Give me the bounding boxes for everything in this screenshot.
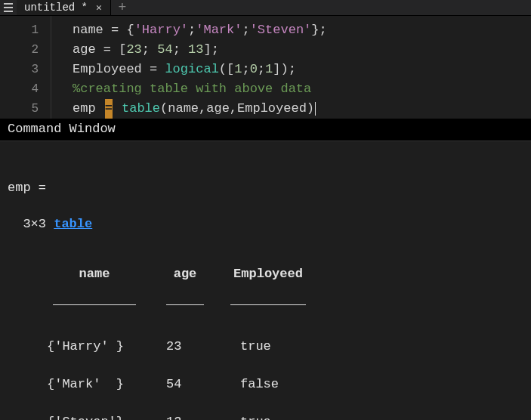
- tabstrip-icon[interactable]: [0, 0, 17, 15]
- svg-rect-2: [4, 11, 13, 12]
- col-header-name: name: [38, 265, 151, 283]
- code-line[interactable]: name = {'Harry';'Mark';'Steven'};: [73, 20, 327, 40]
- line-number: 5: [0, 99, 51, 119]
- command-window[interactable]: emp = 3×3 table nameageEmployeed {'Harry…: [0, 141, 531, 420]
- warning-marker-icon[interactable]: =: [105, 99, 113, 119]
- line-number: 4: [0, 79, 51, 99]
- command-window-title: Command Window: [0, 119, 531, 141]
- table-row: {'Harry' }23true: [38, 337, 523, 357]
- tab-title: untitled *: [24, 2, 88, 14]
- line-number: 1: [0, 20, 51, 40]
- col-header-age: age: [151, 265, 219, 283]
- code-line[interactable]: Employeed = logical([1;0;1]);: [73, 60, 327, 79]
- output-dims: 3×3: [8, 217, 54, 231]
- code-line[interactable]: %creating table with above data: [73, 79, 327, 99]
- svg-rect-0: [4, 3, 13, 5]
- code-area[interactable]: name = {'Harry';'Mark';'Steven'}; age = …: [51, 16, 327, 119]
- tab-bar: untitled * ✕ +: [0, 0, 531, 16]
- code-line[interactable]: emp = table(name,age,Employeed): [73, 99, 327, 119]
- code-editor[interactable]: 1 2 3 4 5 name = {'Harry';'Mark';'Steven…: [0, 16, 531, 119]
- table-row: {'Steven'}13true: [38, 412, 523, 420]
- svg-rect-1: [4, 7, 13, 8]
- text-cursor: [315, 102, 316, 116]
- code-line[interactable]: age = [23; 54; 13];: [73, 40, 327, 60]
- table-row: {'Mark' }54false: [38, 375, 523, 394]
- table-type-link[interactable]: table: [54, 217, 92, 231]
- file-tab-untitled[interactable]: untitled * ✕: [17, 0, 111, 15]
- line-number: 2: [0, 40, 51, 60]
- table-header: nameageEmployeed: [38, 265, 523, 283]
- table-rule: [38, 304, 523, 305]
- new-tab-button[interactable]: +: [111, 0, 134, 15]
- line-gutter: 1 2 3 4 5: [0, 16, 51, 119]
- line-number: 3: [0, 60, 51, 79]
- output-table: nameageEmployeed {'Harry' }23true {'Mark…: [38, 247, 523, 420]
- output-var-line: emp =: [8, 181, 46, 195]
- col-header-employeed: Employeed: [219, 265, 317, 283]
- close-icon[interactable]: ✕: [94, 2, 104, 13]
